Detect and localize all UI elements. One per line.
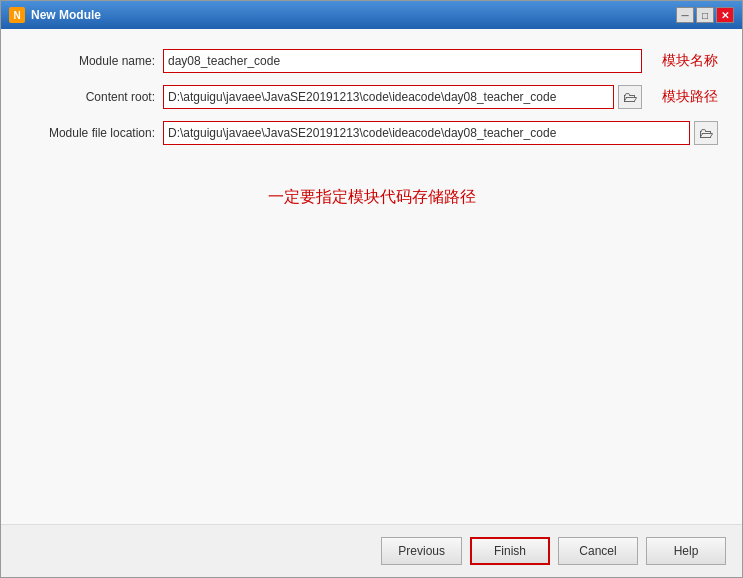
content-root-annotation: 模块路径	[662, 88, 718, 106]
title-bar: N New Module ─ □ ✕	[1, 1, 742, 29]
content-root-input-wrap: 🗁	[163, 85, 642, 109]
help-button[interactable]: Help	[646, 537, 726, 565]
module-file-location-label: Module file location:	[25, 126, 155, 140]
minimize-button[interactable]: ─	[676, 7, 694, 23]
content-root-folder-button[interactable]: 🗁	[618, 85, 642, 109]
content-root-row: Content root: 🗁 模块路径	[25, 85, 718, 109]
title-bar-left: N New Module	[9, 7, 101, 23]
module-name-input-wrap	[163, 49, 642, 73]
module-name-annotation: 模块名称	[662, 52, 718, 70]
cancel-button[interactable]: Cancel	[558, 537, 638, 565]
title-bar-controls: ─ □ ✕	[676, 7, 734, 23]
module-name-row: Module name: 模块名称	[25, 49, 718, 73]
content-area: Module name: 模块名称 Content root: 🗁 模块路径 M…	[1, 29, 742, 524]
module-file-location-row: Module file location: 🗁	[25, 121, 718, 145]
module-name-label: Module name:	[25, 54, 155, 68]
button-bar: Previous Finish Cancel Help	[1, 524, 742, 577]
module-file-location-folder-button[interactable]: 🗁	[694, 121, 718, 145]
content-root-label: Content root:	[25, 90, 155, 104]
module-file-location-input-wrap: 🗁	[163, 121, 718, 145]
center-annotation: 一定要指定模块代码存储路径	[25, 187, 718, 208]
module-name-input[interactable]	[163, 49, 642, 73]
new-module-dialog: N New Module ─ □ ✕ Module name: 模块名称 Con…	[0, 0, 743, 578]
close-button[interactable]: ✕	[716, 7, 734, 23]
window-title: New Module	[31, 8, 101, 22]
previous-button[interactable]: Previous	[381, 537, 462, 565]
module-file-location-input[interactable]	[163, 121, 690, 145]
content-root-input[interactable]	[163, 85, 614, 109]
finish-button[interactable]: Finish	[470, 537, 550, 565]
maximize-button[interactable]: □	[696, 7, 714, 23]
app-icon: N	[9, 7, 25, 23]
